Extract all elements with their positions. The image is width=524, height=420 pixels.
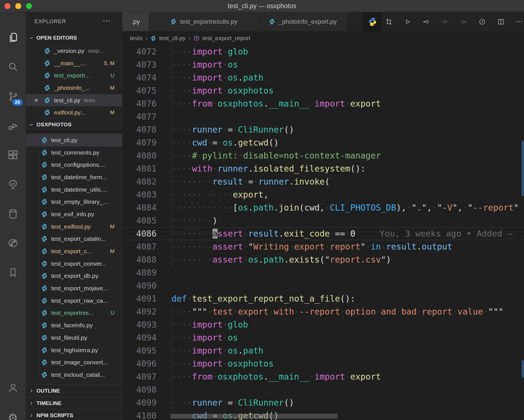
- source-control-icon[interactable]: 24: [7, 90, 19, 103]
- git-graph-circle-icon[interactable]: [7, 237, 19, 249]
- python-file-icon: [41, 359, 48, 366]
- step-out-icon[interactable]: [460, 18, 467, 25]
- tab-bar: ⋯ .py test_exportresults.py _photoinfo_e…: [122, 12, 524, 31]
- step-back-icon[interactable]: [423, 18, 430, 25]
- file-tree-item[interactable]: test_export_mojave...: [26, 282, 122, 295]
- file-tree-item[interactable]: test_export_db.py: [26, 270, 122, 282]
- run-python-file-icon[interactable]: [404, 18, 411, 25]
- tree-check-extension-icon[interactable]: [7, 178, 19, 191]
- code-line[interactable]: 4094····import·os: [122, 331, 524, 344]
- code-line[interactable]: 4091def·test_export_report_not_a_file():: [122, 292, 524, 305]
- code-line[interactable]: 4075····import·osxphotos: [122, 84, 524, 97]
- code-line[interactable]: 4083············export,: [122, 188, 524, 201]
- code-line[interactable]: 4092····"""·test·export·with·--report·op…: [122, 305, 524, 318]
- editor-tab[interactable]: _photoinfo_export.py: [259, 12, 347, 31]
- database-icon[interactable]: [7, 208, 19, 220]
- file-tree-item[interactable]: test_export_raw_ca...: [26, 295, 122, 307]
- file-tree-item[interactable]: test_fileutil.py: [26, 332, 122, 344]
- code-line[interactable]: 4082········result·=·runner.invoke(: [122, 175, 524, 188]
- open-editor-item[interactable]: × test_cli.pytests: [26, 94, 122, 107]
- code-line[interactable]: 4078····runner·=·CliRunner(): [122, 123, 524, 136]
- folder-section-header[interactable]: OSXPHOTOS: [26, 118, 122, 131]
- code-line[interactable]: 4081····with·runner.isolated_filesystem(…: [122, 162, 524, 175]
- outline-section-header[interactable]: OUTLINE: [26, 384, 122, 397]
- open-editor-item[interactable]: __main__....5, M: [26, 57, 122, 70]
- file-tree-item[interactable]: test_datetime_form...: [26, 171, 122, 183]
- open-editor-item[interactable]: test_exportr...U: [26, 69, 122, 82]
- run-debug-icon[interactable]: [7, 120, 19, 132]
- file-tree-item[interactable]: test_image_convert...: [26, 356, 122, 369]
- bookmark-icon[interactable]: [7, 266, 19, 279]
- code-line[interactable]: 4085········): [122, 214, 524, 227]
- file-tree-item[interactable]: test_export_conver...: [26, 257, 122, 270]
- sidebar-more-actions-icon[interactable]: ⋯: [103, 16, 111, 25]
- git-status-badge: 5, M: [104, 60, 114, 66]
- step-over-icon[interactable]: [441, 18, 448, 25]
- file-tree-item[interactable]: test_faceinfo.py: [26, 319, 122, 332]
- code-line[interactable]: 4096····import·osxphotos: [122, 357, 524, 370]
- file-tree-item[interactable]: test_empty_library_...: [26, 196, 122, 208]
- code-line[interactable]: 4090: [122, 279, 524, 292]
- file-tree-item[interactable]: test_exportres...U: [26, 307, 122, 319]
- code-line[interactable]: 4072····import·glob: [122, 45, 524, 58]
- code-line[interactable]: 4093····import·glob: [122, 318, 524, 331]
- file-tree-item[interactable]: test_highsierra.py: [26, 344, 122, 356]
- file-tree-item[interactable]: test_exif_info.py: [26, 208, 122, 220]
- npm-scripts-section-header[interactable]: NPM SCRIPTS: [26, 409, 122, 420]
- code-line[interactable]: 4077: [122, 110, 524, 123]
- file-name: test_configoptions....: [51, 161, 106, 168]
- code-line[interactable]: 4084············[os.path.join(cwd,·CLI_P…: [122, 201, 524, 214]
- code-line[interactable]: 4089: [122, 266, 524, 279]
- file-tree-item[interactable]: test_exiftool.pyM: [26, 220, 122, 233]
- code-editor[interactable]: 4072····import·glob4073····import·os4074…: [122, 45, 524, 420]
- code-line-current[interactable]: 4086········assert·result.exit_code·==·0…: [122, 227, 524, 240]
- code-line[interactable]: 4076····from·osxphotos.__main__·import·e…: [122, 97, 524, 110]
- file-tree-item[interactable]: test_incloud_catali...: [26, 369, 122, 381]
- breadcrumb-item[interactable]: tests: [130, 35, 142, 42]
- file-tree-item[interactable]: test_datetime_utils....: [26, 183, 122, 196]
- open-editors-section-header[interactable]: OPEN EDITORS: [26, 32, 122, 44]
- file-tree-item[interactable]: test_cli.py: [26, 134, 122, 146]
- code-line[interactable]: 4095····import·os.path: [122, 344, 524, 357]
- file-tree-item[interactable]: test_export_c...M: [26, 245, 122, 257]
- split-editor-icon[interactable]: [497, 18, 504, 25]
- code-line[interactable]: 4097····from·osxphotos.__main__·import·e…: [122, 370, 524, 383]
- code-line[interactable]: 4073····import·os: [122, 58, 524, 71]
- explorer-icon[interactable]: [7, 31, 19, 44]
- open-editor-item[interactable]: exiftool.py...M: [26, 106, 122, 119]
- settings-gear-icon[interactable]: ⚙: [7, 412, 19, 420]
- breadcrumb-item[interactable]: test_cli.py: [159, 35, 185, 42]
- code-line[interactable]: 4074····import·os.path: [122, 71, 524, 84]
- timeline-section-header[interactable]: TIMELINE: [26, 397, 122, 409]
- file-tree-item[interactable]: test_configoptions....: [26, 159, 122, 171]
- python-file-icon: [44, 47, 51, 54]
- python-file-icon: [41, 260, 48, 267]
- file-tree-item[interactable]: test_export_catalin...: [26, 233, 122, 245]
- indent-guide: [172, 162, 172, 175]
- search-icon[interactable]: [7, 60, 19, 73]
- git-blame-annotation: You, 3 weeks ago • Added –: [380, 229, 512, 239]
- python-interpreter-button[interactable]: [363, 12, 382, 31]
- more-actions-icon[interactable]: ⋯: [516, 18, 523, 25]
- file-name: test_export_conver...: [51, 260, 106, 267]
- breadcrumb-item[interactable]: test_export_report: [202, 35, 250, 42]
- symbol-method-icon: [194, 35, 200, 41]
- open-editor-item[interactable]: _photoinfo_...M: [26, 82, 122, 94]
- editor-tab[interactable]: .py: [122, 12, 149, 31]
- file-tree-item[interactable]: test_comments.py: [26, 146, 122, 159]
- close-editor-icon[interactable]: ×: [34, 96, 38, 104]
- code-line[interactable]: 4098: [122, 383, 524, 396]
- python-file-icon: [41, 149, 48, 156]
- account-icon[interactable]: [7, 382, 19, 394]
- open-editor-item[interactable]: _version.pyosxp...: [26, 45, 122, 57]
- code-line[interactable]: 4080····#·pylint:·disable=not-context-ma…: [122, 149, 524, 162]
- extensions-icon[interactable]: [7, 149, 19, 161]
- code-line[interactable]: 4079····cwd·=·os.getcwd(): [122, 136, 524, 149]
- code-line[interactable]: 4088········assert·os.path.exists("repor…: [122, 253, 524, 266]
- code-line[interactable]: 4087········assert·"Writing·export·repor…: [122, 240, 524, 253]
- horizontal-scrollbar[interactable]: [170, 414, 337, 419]
- compare-changes-icon[interactable]: [386, 18, 392, 25]
- code-line[interactable]: 4099····runner·=·CliRunner(): [122, 396, 524, 409]
- editor-tab[interactable]: test_exportresults.py: [149, 12, 259, 31]
- profile-gauge-icon[interactable]: [479, 18, 486, 25]
